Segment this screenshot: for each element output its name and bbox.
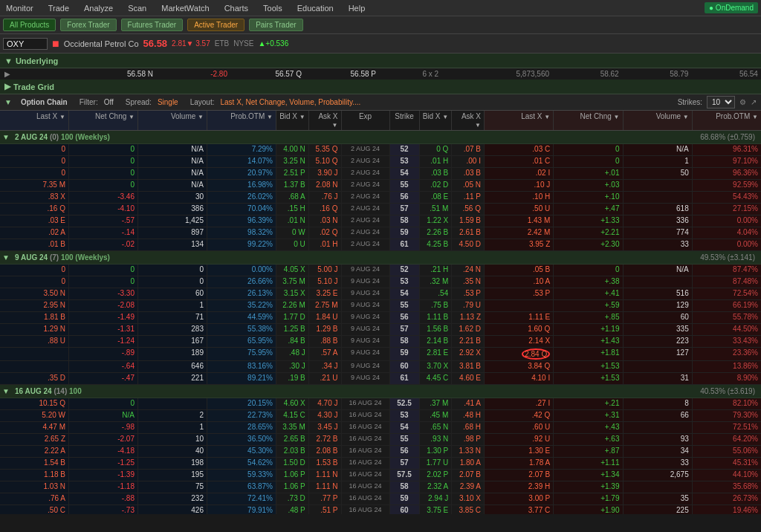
spread-value[interactable]: Single [158,98,178,106]
option-chain-section: ▼ Option Chain Filter: Off Spread: Singl… [0,94,761,514]
settings-icon[interactable]: ⚙ [739,98,746,106]
option-row[interactable]: 00N/A20.97%2.51 P3.90 J2 AUG 2454.03 B.0… [0,168,761,180]
nav-trade[interactable]: Trade [45,4,72,13]
export-icon[interactable]: ↗ [751,98,757,106]
option-row[interactable]: -.6464683.16%.30 J.34 J9 AUG 24603.70 X3… [0,361,761,373]
option-row[interactable]: .35 D-.4722189.21%.19 B.21 U9 AUG 24614.… [0,373,761,385]
underlying-data-row: ▶ 56.58 N -2.80 56.57 Q 56.58 P 6 x 2 5,… [0,68,761,80]
option-row[interactable]: 5.20 WN/A222.73%4.15 C4.30 J16 AUG 2453.… [0,410,761,422]
nav-help[interactable]: Help [346,4,369,13]
top-nav-bar: Monitor Trade Analyze Scan MarketWatch C… [0,0,761,16]
ondemand-badge: ● OnDemand [705,2,758,13]
option-row[interactable]: .02 A-.1489798.32%0 W.02 Q2 AUG 24592.26… [0,227,761,239]
current-price: 56.58 [143,38,168,49]
change-values: 2.81▼ 3.57 [172,39,210,48]
layout-label: Layout: [190,98,215,106]
option-row[interactable]: 1.81 B-1.497144.59%1.77 D1.84 U9 AUG 245… [0,312,761,324]
option-row[interactable]: 3.50 N-3.306026.13%3.15 X3.25 E9 AUG 245… [0,288,761,300]
app-container: Monitor Trade Analyze Scan MarketWatch C… [0,0,761,514]
option-row[interactable]: .83 X-3.463026.02%.68 A.76 J2 AUG 2456.0… [0,192,761,204]
layout-value[interactable]: Last X, Net Change, Volume, Probability.… [221,98,361,106]
option-row[interactable]: .50 C-.7342679.91%.48 P.51 P16 AUG 24603… [0,505,761,514]
option-row[interactable]: .88 U-1.2416765.95%.84 B.88 B9 AUG 24582… [0,336,761,348]
option-row[interactable]: 00N/A14.07%3.25 N5.10 Q2 AUG 2453.01 H.0… [0,156,761,168]
option-row[interactable]: 4.47 M-.98128.65%3.35 M3.45 J16 AUG 2454… [0,422,761,434]
option-row[interactable]: .16 Q-4.1038670.04%.15 H.16 Q2 AUG 2457.… [0,204,761,215]
strikes-select[interactable]: 10 [707,96,735,108]
toolbar: All Products Forex Trader Futures Trader… [0,16,761,34]
underlying-section: ▼ Underlying ▶ 56.58 N -2.80 56.57 Q 56.… [0,53,761,80]
chevron-right-icon: ▶ [4,82,10,91]
options-data: ▼ 2 AUG 24 (0) 100 (Weeklys) 68.68% (±0.… [0,131,761,514]
option-row[interactable]: 1.54 B-1.2519854.62%1.50 D1.53 B16 AUG 2… [0,458,761,470]
nav-monitor[interactable]: Monitor [3,4,36,13]
filter-value[interactable]: Off [104,98,114,106]
underlying-ask: 56.58 P [305,68,379,80]
nav-scan[interactable]: Scan [125,4,149,13]
option-chain-label: Option Chain [21,98,68,106]
option-row[interactable]: 2.22 A-4.184045.30%2.03 B2.08 B16 AUG 24… [0,446,761,458]
option-chain-header: ▼ Option Chain Filter: Off Spread: Singl… [0,94,761,111]
option-row[interactable]: 2.65 Z-2.071036.50%2.65 B2.72 B16 AUG 24… [0,434,761,446]
option-row[interactable]: 0000.00%4.05 X5.00 J9 AUG 2452.21 H.24 N… [0,265,761,276]
option-row[interactable]: -.8918975.95%.48 J.57 A9 AUG 24592.81 E2… [0,348,761,361]
trade-grid-header[interactable]: ▶ Trade Grid [0,80,761,94]
option-row[interactable]: .03 E-.571,42596.39%.01 N.03 N2 AUG 2458… [0,215,761,227]
nav-analyze[interactable]: Analyze [81,4,116,13]
futures-trader-btn[interactable]: Futures Trader [121,19,184,31]
all-products-btn[interactable]: All Products [3,19,56,31]
nav-education[interactable]: Education [294,4,337,13]
chevron-down-icon: ▼ [4,56,13,65]
market-nyse: NYSE [233,39,253,48]
option-row[interactable]: .01 B-.0213499.22%0 U.01 H2 AUG 24614.25… [0,239,761,251]
underlying-net-chng: -2.80 [156,68,230,80]
nav-charts[interactable]: Charts [221,4,251,13]
option-row[interactable]: 00026.66%3.75 M5.10 J9 AUG 2453.32 M.35 … [0,276,761,288]
option-row[interactable]: 00N/A7.29%4.00 N5.35 Q2 AUG 24520 Q.07 B… [0,144,761,156]
option-row[interactable]: .76 A-.8823272.41%.73 D.77 P16 AUG 24592… [0,493,761,505]
expiration-group-header[interactable]: ▼ 16 AUG 24 (14) 100 40.53% (±3.619) [0,385,761,398]
filter-label: Filter: [80,98,98,106]
spread-label: Spread: [126,98,152,106]
symbol-name: Occidental Petrol Co [64,39,139,48]
option-row[interactable]: 7.35 M0N/A16.98%1.37 B2.08 N2 AUG 2455.0… [0,180,761,192]
symbol-input[interactable] [3,38,48,50]
pairs-trader-btn[interactable]: Pairs Trader [249,19,302,31]
underlying-bid: 56.57 Q [230,68,305,80]
option-row[interactable]: 1.18 B-1.3919559.33%1.06 P1.11 N16 AUG 2… [0,470,761,481]
underlying-label: Underlying [16,56,58,65]
forex-trader-btn[interactable]: Forex Trader [60,19,116,31]
expiration-group-header[interactable]: ▼ 9 AUG 24 (7) 100 (Weeklys) 49.53% (±3.… [0,251,761,265]
symbol-bar: ■ Occidental Petrol Co 56.58 2.81▼ 3.57 … [0,34,761,53]
trade-grid-section: ▶ Trade Grid [0,80,761,94]
nav-tools[interactable]: Tools [260,4,285,13]
chevron-down-oc: ▼ [4,98,12,106]
option-row[interactable]: 10.15 Q020.15%4.60 X4.70 J16 AUG 2452.5.… [0,398,761,410]
trade-grid-label: Trade Grid [13,82,54,91]
red-indicator: ■ [52,37,59,51]
nav-marketwatch[interactable]: MarketWatch [158,4,212,13]
expiration-group-header[interactable]: ▼ 2 AUG 24 (0) 100 (Weeklys) 68.68% (±0.… [0,131,761,144]
net-change: ▲+0.536 [258,39,288,48]
column-headers: Last X ▼ Net Chng ▼ Volume ▼ Prob.OTM ▼ … [0,111,761,131]
active-trader-btn[interactable]: Active Trader [187,19,245,31]
underlying-header[interactable]: ▼ Underlying [0,53,761,68]
option-row[interactable]: 2.95 N-2.08135.22%2.26 M2.75 M9 AUG 2455… [0,300,761,312]
strikes-label: Strikes: [678,98,702,106]
option-row[interactable]: 1.29 N-1.3128355.38%1.25 B1.29 B9 AUG 24… [0,324,761,336]
exchange-etb: ETB [215,39,229,48]
underlying-last: 56.58 N [82,68,156,80]
option-row[interactable]: 1.03 N-1.187563.87%1.06 P1.11 N16 AUG 24… [0,481,761,493]
